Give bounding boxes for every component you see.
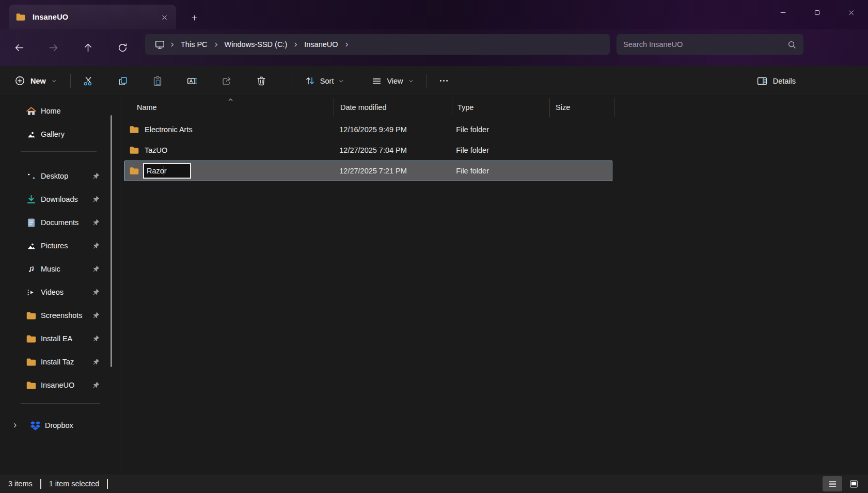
file-rows: Electronic Arts 12/16/2025 9:49 PM File … bbox=[124, 119, 612, 181]
large-thumbnails-view-button[interactable] bbox=[844, 476, 863, 491]
sidebar-item-label: Gallery bbox=[41, 130, 65, 138]
share-icon bbox=[221, 75, 232, 87]
arrow-left-icon bbox=[14, 42, 25, 53]
sidebar-item-downloads[interactable]: Downloads bbox=[5, 190, 115, 209]
copy-icon bbox=[117, 75, 129, 87]
sidebar-item-label: InsaneUO bbox=[41, 381, 74, 389]
search-input[interactable] bbox=[623, 40, 783, 49]
sidebar-item-label: Videos bbox=[41, 288, 64, 296]
file-row-tazuo[interactable]: TazUO 12/27/2025 7:04 PM File folder bbox=[124, 140, 612, 161]
expand-chevron-icon[interactable] bbox=[11, 422, 19, 429]
breadcrumb-windows-ssd[interactable]: Windows-SSD (C:) bbox=[220, 37, 292, 52]
copy-button[interactable] bbox=[112, 71, 134, 91]
file-row-electronic-arts[interactable]: Electronic Arts 12/16/2025 9:49 PM File … bbox=[124, 119, 612, 140]
more-options-button[interactable] bbox=[434, 71, 454, 91]
statusbar-separator bbox=[107, 479, 108, 489]
pin-icon bbox=[92, 288, 100, 296]
sidebar-item-gallery[interactable]: Gallery bbox=[5, 125, 115, 144]
search-box bbox=[617, 34, 803, 55]
rename-button[interactable] bbox=[181, 71, 203, 91]
details-pane-label: Details bbox=[773, 77, 796, 85]
rename-input[interactable] bbox=[143, 163, 191, 179]
sidebar-item-dropbox[interactable]: Dropbox bbox=[5, 416, 115, 435]
dropbox-icon bbox=[30, 420, 41, 431]
column-header-size[interactable]: Size bbox=[550, 98, 614, 117]
folder-icon bbox=[15, 12, 26, 22]
delete-button[interactable] bbox=[250, 71, 272, 91]
details-pane-icon bbox=[756, 75, 768, 87]
details-view-icon bbox=[828, 479, 838, 489]
sidebar-item-install-ea[interactable]: Install EA bbox=[5, 329, 115, 348]
sidebar-scrollbar[interactable] bbox=[111, 115, 112, 367]
folder-icon bbox=[129, 145, 139, 155]
tab-close-button[interactable] bbox=[156, 9, 172, 25]
column-headers: Name Date modified Type Size bbox=[124, 98, 614, 117]
tab-insaneuo[interactable]: InsaneUO bbox=[9, 5, 176, 29]
sidebar-item-home[interactable]: Home bbox=[5, 102, 115, 120]
selection-count: 1 item selected bbox=[49, 480, 100, 488]
share-button[interactable] bbox=[216, 71, 238, 91]
view-toggle-group bbox=[823, 476, 863, 491]
maximize-button[interactable] bbox=[800, 0, 834, 25]
sidebar-item-label: Home bbox=[41, 107, 61, 115]
main-area: Home Gallery Desktop Downloads Documents… bbox=[0, 96, 868, 474]
sidebar-item-music[interactable]: Music bbox=[5, 260, 115, 278]
sidebar-item-label: Pictures bbox=[41, 242, 68, 250]
plus-circle-icon bbox=[14, 75, 25, 86]
column-label: Size bbox=[556, 103, 570, 112]
chevron-down-icon bbox=[408, 78, 414, 84]
sidebar-item-insaneuo[interactable]: InsaneUO bbox=[5, 376, 115, 394]
sidebar-item-label: Downloads bbox=[41, 195, 78, 203]
address-bar[interactable]: This PC Windows-SSD (C:) InsaneUO bbox=[145, 34, 610, 55]
sort-arrows-icon bbox=[305, 75, 315, 86]
close-icon bbox=[161, 13, 168, 21]
file-row-razor-selected[interactable]: 12/27/2025 7:21 PM File folder bbox=[124, 161, 612, 181]
close-button[interactable] bbox=[834, 0, 868, 25]
column-header-type[interactable]: Type bbox=[452, 98, 550, 117]
cut-button[interactable] bbox=[77, 71, 99, 91]
folder-icon bbox=[26, 310, 37, 321]
sidebar-item-documents[interactable]: Documents bbox=[5, 213, 115, 232]
minimize-button[interactable] bbox=[766, 0, 800, 25]
chevron-down-icon bbox=[338, 78, 344, 84]
gallery-icon bbox=[26, 129, 37, 140]
up-button[interactable] bbox=[78, 38, 98, 57]
sidebar-item-install-taz[interactable]: Install Taz bbox=[5, 353, 115, 371]
forward-button[interactable] bbox=[44, 38, 63, 57]
sidebar-item-screenshots[interactable]: Screenshots bbox=[5, 306, 115, 325]
items-count: 3 items bbox=[8, 480, 33, 488]
type-cell: File folder bbox=[451, 146, 548, 154]
folder-icon bbox=[129, 124, 139, 135]
column-label: Name bbox=[137, 103, 157, 112]
refresh-button[interactable] bbox=[113, 38, 132, 57]
toolbar-separator bbox=[427, 74, 427, 88]
refresh-icon bbox=[117, 42, 128, 53]
plus-icon bbox=[191, 14, 198, 22]
sidebar-item-desktop[interactable]: Desktop bbox=[5, 167, 115, 185]
view-button[interactable]: View bbox=[366, 71, 419, 91]
details-view-button[interactable] bbox=[823, 476, 842, 491]
new-button[interactable]: New bbox=[8, 71, 64, 91]
sidebar-item-pictures[interactable]: Pictures bbox=[5, 236, 115, 255]
documents-icon bbox=[26, 217, 37, 228]
sort-button[interactable]: Sort bbox=[299, 71, 351, 91]
view-button-label: View bbox=[387, 77, 403, 85]
details-pane-button[interactable]: Details bbox=[750, 71, 802, 91]
back-button[interactable] bbox=[10, 38, 29, 57]
search-icon bbox=[787, 40, 797, 50]
downloads-icon bbox=[26, 194, 37, 205]
chevron-right-icon bbox=[343, 41, 350, 48]
breadcrumb-insaneuo[interactable]: InsaneUO bbox=[299, 37, 342, 52]
paste-button[interactable] bbox=[147, 71, 168, 91]
text-cursor bbox=[164, 166, 164, 176]
breadcrumb-this-pc[interactable]: This PC bbox=[176, 37, 212, 52]
column-header-date-modified[interactable]: Date modified bbox=[334, 98, 452, 117]
sidebar-item-videos[interactable]: Videos bbox=[5, 283, 115, 301]
column-header-name[interactable]: Name bbox=[124, 98, 334, 117]
folder-icon bbox=[26, 380, 37, 391]
chevron-right-icon bbox=[169, 41, 176, 48]
thumbnails-view-icon bbox=[849, 479, 859, 489]
new-tab-button[interactable] bbox=[187, 10, 201, 25]
chevron-right-icon bbox=[213, 41, 219, 48]
title-bar: InsaneUO bbox=[0, 0, 868, 29]
